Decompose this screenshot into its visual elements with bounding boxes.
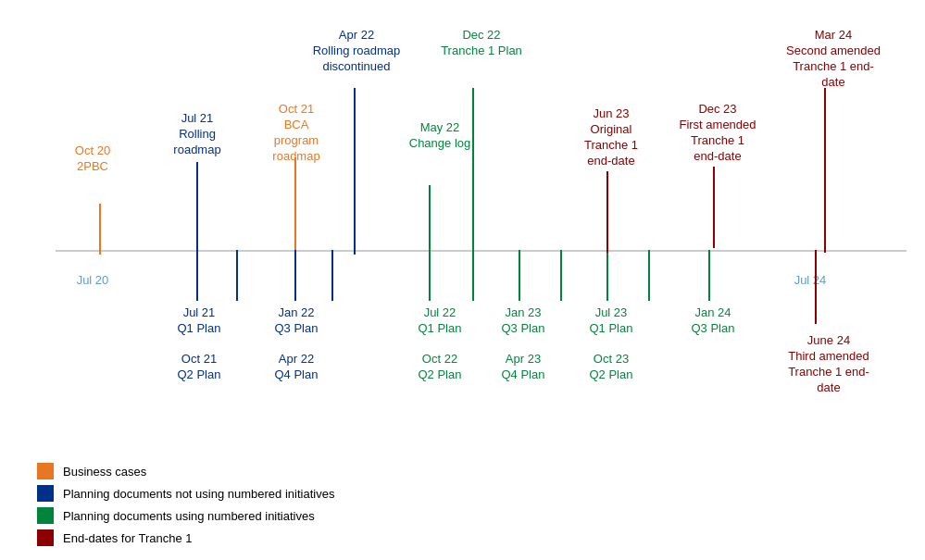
legend-business: Business cases [37,463,334,479]
jul21-q1plan: Jul 21Q1 Plan [148,305,250,337]
marker-12 [708,250,710,301]
may22-changelog: May 22Change log [389,120,491,152]
apr22-q4plan: Apr 22Q4 Plan [245,352,347,383]
marker-0 [99,204,101,255]
oct21-q2plan: Oct 21Q2 Plan [148,352,250,383]
marker-7 [472,250,474,301]
dec22-tranche1plan: Dec 22Tranche 1 Plan [431,28,532,59]
legend-planning-num-label: Planning documents using numbered initia… [63,509,315,523]
timeline-axis [56,250,906,252]
dec23-firstamended: Dec 23First amendedTranche 1end-date [667,102,769,165]
legend: Business casesPlanning documents not usi… [37,463,334,546]
jan23-q3plan: Jan 23Q3 Plan [472,305,574,337]
marker-19 [294,250,296,301]
oct23-q2plan: Oct 23Q2 Plan [560,352,662,383]
marker-3 [354,88,356,255]
marker-14 [713,167,715,248]
oct21-bca: Oct 21BCAprogramroadmap [245,102,347,165]
jan24-q3plan: Jan 24Q3 Plan [662,305,764,337]
jul21-rolling: Jul 21Rollingroadmap [146,111,248,158]
marker-8 [519,250,520,301]
marker-1 [196,162,198,255]
legend-planning-num: Planning documents using numbered initia… [37,507,334,524]
timeline-chart: Oct 202PBCJul 21RollingroadmapOct 21BCAp… [0,0,925,454]
marker-13 [606,171,608,253]
mar24-secondamended: Mar 24Second amendedTranche 1 end-date [782,28,884,91]
jul23-q1plan: Jul 23Q1 Plan [560,305,662,337]
legend-enddates-label: End-dates for Tranche 1 [63,531,192,545]
marker-5 [472,88,474,255]
marker-2 [294,157,296,250]
marker-16 [815,250,817,324]
jul24: Jul 24 [759,273,861,289]
legend-planning-no-num-label: Planning documents not using numbered in… [63,487,334,501]
apr22-discontinued: Apr 22Rolling roadmapdiscontinued [306,28,407,75]
marker-15 [824,88,826,253]
june24-thirdamended: June 24Third amendedTranche 1 end-date [778,333,880,396]
apr23-q4plan: Apr 23Q4 Plan [472,352,574,383]
marker-11 [648,250,650,301]
jan22-q3plan: Jan 22Q3 Plan [245,305,347,337]
marker-10 [606,250,608,301]
legend-business-color [37,463,54,479]
legend-planning-num-color [37,507,54,524]
marker-20 [331,250,333,301]
jul20: Jul 20 [42,273,144,289]
marker-4 [429,185,431,255]
legend-business-label: Business cases [63,465,146,479]
legend-enddates: End-dates for Tranche 1 [37,529,334,546]
marker-9 [560,250,562,301]
legend-planning-no-num: Planning documents not using numbered in… [37,485,334,502]
legend-enddates-color [37,529,54,546]
jun23-original: Jun 23OriginalTranche 1end-date [560,106,662,169]
marker-6 [429,250,431,301]
marker-18 [236,250,238,301]
legend-planning-no-num-color [37,485,54,502]
marker-17 [196,250,198,301]
oct20-2pbc: Oct 202PBC [42,143,144,175]
